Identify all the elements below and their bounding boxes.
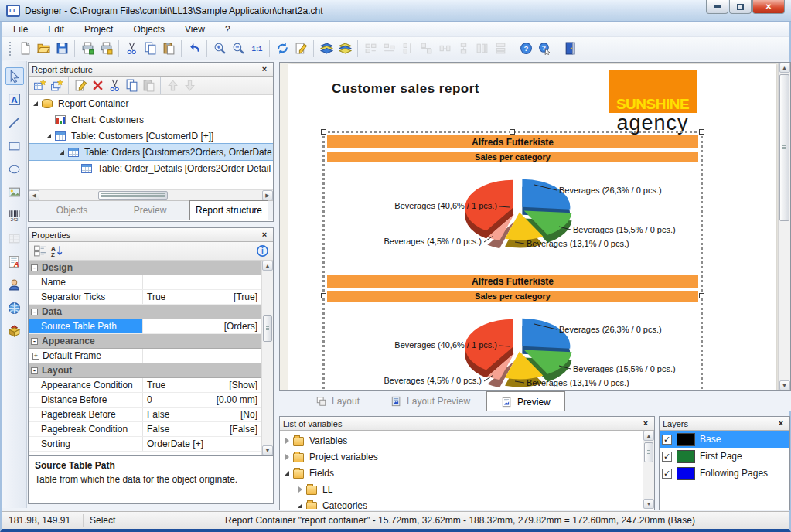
- send-to-back-button[interactable]: [336, 39, 354, 58]
- close-panel-button[interactable]: ×: [640, 418, 651, 428]
- scroll-thumb[interactable]: [263, 315, 272, 342]
- menu-file[interactable]: File: [13, 24, 28, 35]
- scroll-up-button[interactable]: ▲: [643, 431, 654, 441]
- maximize-button[interactable]: [729, 0, 752, 14]
- paste-button[interactable]: [159, 39, 178, 58]
- print-options-button[interactable]: [97, 39, 115, 58]
- layer-row-following-pages[interactable]: ✓Following Pages: [660, 465, 789, 482]
- expand-arrow[interactable]: [283, 469, 292, 477]
- line-tool[interactable]: [5, 114, 24, 131]
- property-category-design[interactable]: -Design: [29, 261, 261, 275]
- save-button[interactable]: [53, 39, 71, 58]
- selection-handle[interactable]: [321, 129, 326, 135]
- properties-header[interactable]: Properties ×: [29, 228, 273, 242]
- close-panel-button[interactable]: ×: [259, 64, 270, 74]
- collapse-icon[interactable]: -: [31, 338, 38, 345]
- menu-objects[interactable]: Objects: [133, 24, 165, 35]
- report-structure-header[interactable]: Report structure ×: [29, 63, 273, 77]
- expand-arrow[interactable]: [283, 436, 292, 445]
- expand-arrow[interactable]: [32, 99, 40, 107]
- scroll-up-button[interactable]: ▲: [779, 63, 790, 73]
- expand-icon[interactable]: +: [32, 353, 39, 360]
- new-element-button[interactable]: [31, 77, 48, 94]
- preview-canvas[interactable]: Customer sales report SUNSHINE agency Al…: [279, 62, 791, 391]
- user-object-tool[interactable]: [5, 276, 24, 294]
- minimize-button[interactable]: [706, 0, 728, 14]
- scroll-thumb[interactable]: [644, 442, 653, 462]
- show-description-button[interactable]: i: [254, 243, 271, 259]
- undo-button[interactable]: [185, 39, 203, 58]
- menu-project[interactable]: Project: [84, 24, 113, 35]
- tree-item-variables[interactable]: Variables: [280, 432, 643, 448]
- tree-item-fields[interactable]: Fields: [280, 465, 643, 481]
- copy-element-button[interactable]: [123, 77, 140, 94]
- layer-row-base[interactable]: ✓Base: [660, 431, 789, 448]
- close-panel-button[interactable]: ×: [259, 230, 270, 240]
- layer-checkbox[interactable]: ✓: [662, 469, 672, 479]
- tab-objects[interactable]: Objects: [33, 201, 111, 220]
- tab-preview[interactable]: Preview: [486, 391, 565, 411]
- exit-button[interactable]: [561, 39, 579, 58]
- expand-arrow[interactable]: [58, 148, 66, 156]
- append-element-button[interactable]: [48, 77, 65, 94]
- selection-handle[interactable]: [699, 293, 704, 298]
- sort-az-button[interactable]: AZ: [48, 243, 65, 259]
- zoom-in-button[interactable]: [210, 39, 229, 58]
- scroll-thumb[interactable]: [98, 191, 168, 200]
- categorized-view-button[interactable]: [31, 243, 48, 259]
- open-button[interactable]: [34, 39, 53, 58]
- collapse-icon[interactable]: -: [31, 309, 38, 315]
- selection-handle[interactable]: [321, 293, 326, 298]
- tree-item-table-customers-customerid[interactable]: Table: Customers [CustomerID [+]]: [29, 128, 273, 144]
- ole-object-tool[interactable]: [5, 322, 24, 340]
- expand-arrow[interactable]: [296, 485, 305, 493]
- property-row-appearance-condition[interactable]: Appearance ConditionTrue[Show]: [29, 378, 261, 393]
- picture-tool[interactable]: [5, 183, 24, 201]
- expand-arrow[interactable]: [45, 131, 53, 140]
- tree-item-table-order-details-orders2o[interactable]: Table: Order_Details [Orders2Order Detai…: [29, 160, 273, 176]
- variables-header[interactable]: List of variables ×: [280, 417, 654, 431]
- edit-element-button[interactable]: [72, 77, 89, 94]
- toolbar-grip[interactable]: [9, 41, 12, 56]
- scroll-down-button[interactable]: ▼: [262, 445, 273, 455]
- refresh-button[interactable]: [273, 39, 292, 58]
- tree-item-table-orders-customers2order[interactable]: Table: Orders [Customers2Orders, OrderDa…: [29, 144, 273, 160]
- property-row-pagebreak-condition[interactable]: Pagebreak ConditionFalse[False]: [29, 422, 261, 437]
- zoom-100-button[interactable]: 1:1: [247, 39, 266, 58]
- rectangle-tool[interactable]: [5, 137, 24, 155]
- formatted-text-tool[interactable]: A: [5, 253, 24, 271]
- scroll-thumb[interactable]: [779, 74, 789, 221]
- property-category-appearance[interactable]: -Appearance: [29, 334, 261, 349]
- property-row-distance-before[interactable]: Distance Before0[0.00 mm]: [29, 393, 261, 408]
- preview-vertical-scrollbar[interactable]: ▲ ▼: [778, 63, 790, 390]
- help-button[interactable]: ?: [517, 39, 535, 58]
- menu-help[interactable]: ?: [225, 24, 230, 35]
- tree-item-project-variables[interactable]: Project variables: [280, 448, 643, 465]
- expand-arrow[interactable]: [283, 452, 292, 461]
- layer-checkbox[interactable]: ✓: [662, 435, 672, 445]
- tree-item-categories[interactable]: Categories: [280, 497, 643, 509]
- tab-layout-preview[interactable]: Layout Preview: [376, 391, 485, 411]
- scroll-up-button[interactable]: ▲: [262, 261, 273, 271]
- vertical-scrollbar[interactable]: ▲ ▼: [643, 431, 654, 509]
- property-row-source-table-path[interactable]: Source Table Path[Orders]: [29, 319, 261, 334]
- ellipse-tool[interactable]: [5, 160, 24, 178]
- tab-report-structure[interactable]: Report structure: [189, 200, 268, 220]
- close-button[interactable]: ✕: [752, 0, 785, 14]
- property-row-name[interactable]: Name: [29, 275, 261, 290]
- object-properties-button[interactable]: [292, 39, 310, 58]
- collapse-icon[interactable]: -: [31, 367, 38, 374]
- html-object-tool[interactable]: [5, 299, 24, 317]
- new-button[interactable]: [15, 39, 34, 58]
- cut-button[interactable]: [122, 39, 141, 58]
- selection-handle[interactable]: [510, 129, 515, 135]
- property-row-sorting[interactable]: SortingOrderDate [+]: [29, 437, 261, 452]
- selection-handle[interactable]: [699, 129, 704, 135]
- tree-item-report-container[interactable]: Report Container: [29, 95, 273, 111]
- expand-arrow[interactable]: [296, 501, 305, 509]
- delete-element-button[interactable]: [89, 77, 106, 94]
- layers-header[interactable]: Layers ×: [660, 417, 789, 431]
- title-bar[interactable]: LL Designer - C:\Program Files\combit\LL…: [0, 0, 791, 22]
- property-group-default-frame[interactable]: +Default Frame: [29, 349, 261, 363]
- scroll-right-button[interactable]: ▶: [262, 190, 273, 200]
